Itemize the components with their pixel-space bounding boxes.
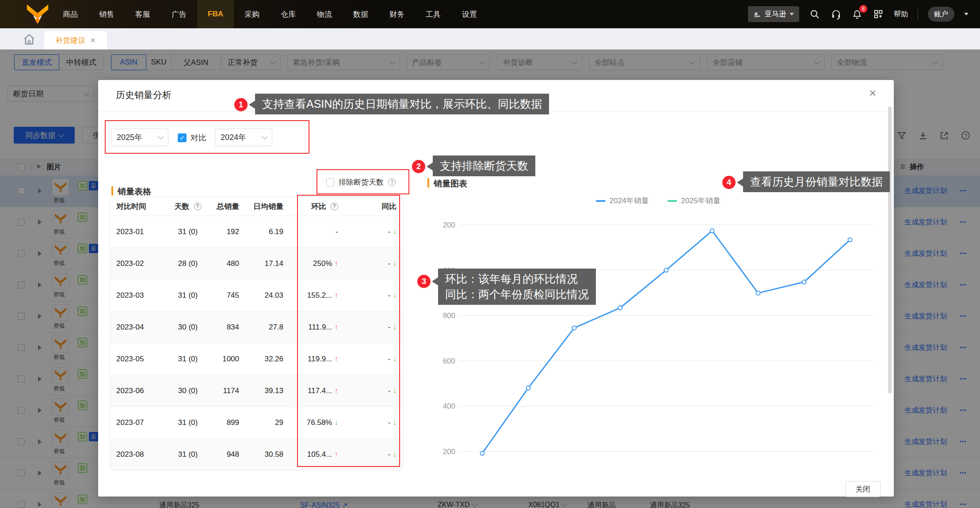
apps-grid-icon[interactable] (873, 8, 884, 20)
tab-replenishment-suggestion[interactable]: 补货建议 ✕ (44, 31, 107, 49)
cell-avg: 24.03 (239, 291, 283, 300)
account-chevron-icon[interactable] (964, 13, 969, 15)
modal-close-icon[interactable]: × (869, 87, 876, 99)
yoy-value: - (388, 323, 391, 332)
table-row: 2023-0331 (0)74524.03155.2...↑-↓ (110, 279, 403, 311)
data-point[interactable] (618, 306, 622, 310)
cell-mom: 105.4...↑ (283, 450, 350, 459)
nav-right-cluster: a 亚马逊 8 帮助 账户 (748, 6, 980, 22)
cell-mom: - (283, 227, 350, 236)
nav-item-销售[interactable]: 销售 (88, 0, 125, 28)
nav-item-采购[interactable]: 采购 (234, 0, 270, 28)
notifications-bell-icon[interactable]: 8 (851, 8, 863, 20)
exclude-stockout-checkbox[interactable] (326, 178, 334, 186)
mom-value: 111.9... (308, 323, 332, 332)
nav-item-财务[interactable]: 财务 (379, 0, 415, 28)
data-point[interactable] (572, 326, 576, 330)
table-header-row: 对比时间天数?总销量日均销量环比?同比 (110, 197, 403, 216)
nav-item-工具[interactable]: 工具 (415, 0, 451, 28)
help-circle-icon[interactable]: ? (194, 203, 202, 210)
nav-item-设置[interactable]: 设置 (451, 0, 488, 28)
cell-month: 2023-02 (110, 259, 166, 268)
mom-value: 155.2... (307, 291, 332, 300)
year-select-left[interactable]: 2025年 (111, 129, 168, 146)
cell-yoy: -↓ (350, 355, 403, 364)
nav-item-物流[interactable]: 物流 (306, 0, 343, 28)
compare-checkbox[interactable]: ✓ (178, 133, 187, 142)
cell-days: 31 (0) (166, 227, 210, 236)
mom-value: 250% (313, 259, 332, 268)
nav-item-广告[interactable]: 广告 (161, 0, 197, 28)
data-point[interactable] (526, 386, 530, 390)
cell-mom: 155.2...↑ (283, 291, 350, 300)
cell-total: 480 (210, 259, 239, 268)
column-header-label: 日均销量 (253, 201, 283, 212)
column-header-同比: 同比 (350, 201, 403, 212)
nav-item-数据[interactable]: 数据 (343, 0, 379, 28)
column-header-总销量: 总销量 (210, 201, 239, 212)
column-header-环比: 环比? (283, 201, 350, 212)
divider (918, 9, 918, 19)
annotation-4-tooltip: 查看历史月份销量对比数据 (743, 171, 890, 192)
search-icon[interactable] (809, 8, 820, 20)
down-arrow-icon: ↓ (393, 387, 397, 395)
data-point[interactable] (756, 291, 760, 295)
up-arrow-icon: ↑ (335, 355, 339, 364)
mom-value: 76.58% (307, 418, 332, 427)
legend-item-2025[interactable]: 2025年销量 (667, 196, 721, 206)
cell-days: 28 (0) (166, 259, 210, 268)
cell-days: 31 (0) (166, 355, 210, 364)
legend-item-2024[interactable]: 2024年销量 (596, 196, 649, 206)
column-header-天数: 天数? (166, 201, 210, 212)
nav-item-客服[interactable]: 客服 (125, 0, 161, 28)
column-header-label: 总销量 (217, 201, 239, 212)
account-button[interactable]: 账户 (928, 7, 954, 22)
nav-item-仓库[interactable]: 仓库 (270, 0, 306, 28)
cell-total: 899 (210, 418, 239, 427)
mom-value: 119.9... (308, 355, 332, 364)
data-point[interactable] (848, 238, 852, 242)
nav-item-商品[interactable]: 商品 (52, 0, 88, 28)
cell-avg: 39.13 (239, 387, 283, 395)
cell-avg: 17.14 (239, 259, 283, 268)
cell-month: 2023-05 (110, 355, 166, 364)
modal-scrollbar[interactable] (888, 106, 892, 394)
annotation-3-tooltip: 环比：该年每月的环比情况 同比：两个年份质检同比情况 (438, 269, 596, 305)
y-axis-label: 200 (443, 447, 455, 456)
cell-total: 1000 (210, 355, 239, 364)
cell-yoy: -↓ (350, 227, 403, 236)
column-header-日均销量: 日均销量 (239, 201, 283, 212)
data-point[interactable] (480, 451, 484, 455)
help-circle-icon[interactable]: ? (388, 178, 396, 186)
data-point[interactable] (802, 280, 806, 284)
help-circle-icon[interactable]: ? (331, 203, 338, 210)
help-link[interactable]: 帮助 (894, 10, 908, 19)
amazon-icon: a (753, 10, 761, 18)
cell-mom: 76.58%↓ (283, 418, 350, 427)
cell-mom: 119.9...↑ (283, 355, 350, 364)
nav-item-FBA[interactable]: FBA (197, 0, 234, 28)
tab-close-icon[interactable]: ✕ (90, 36, 95, 45)
sales-table-section-title: 销量表格 (118, 186, 151, 197)
cell-mom: 250%↑ (283, 259, 350, 268)
data-point[interactable] (710, 229, 714, 233)
marketplace-label: 亚马逊 (765, 10, 786, 19)
table-row: 2023-0630 (0)117439.13117.4...↑-↓ (110, 375, 403, 406)
column-header-label: 同比 (381, 201, 397, 212)
year-select-right[interactable]: 2024年 (215, 129, 272, 146)
section-accent-bar (427, 178, 429, 188)
data-point[interactable] (664, 268, 668, 272)
close-button[interactable]: 关闭 (845, 481, 881, 497)
cell-month: 2023-06 (110, 387, 166, 395)
app-logo-fox-icon[interactable] (25, 4, 50, 24)
y-axis-label: 400 (443, 402, 455, 410)
marketplace-switcher[interactable]: a 亚马逊 (748, 6, 799, 22)
exclude-stockout-label: 排除断货天数 (339, 177, 384, 187)
down-arrow-icon: ↓ (393, 418, 397, 427)
section-accent-bar (111, 186, 113, 196)
support-headset-icon[interactable] (830, 8, 842, 20)
home-icon[interactable] (23, 34, 35, 45)
annotation-1-tooltip: 支持查看ASIN的历史日期销量对比，展示环比、同比数据 (255, 94, 549, 114)
up-arrow-icon: ↑ (335, 450, 339, 459)
down-arrow-icon: ↓ (393, 227, 397, 236)
